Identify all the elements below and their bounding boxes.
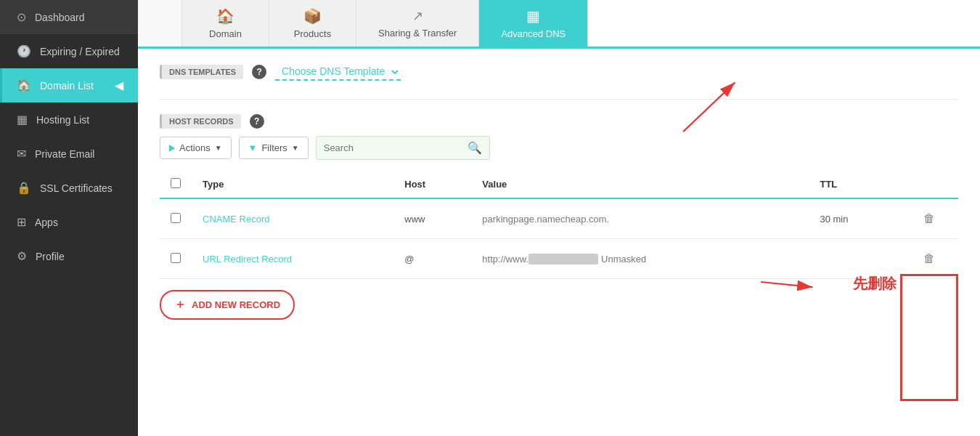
search-box: 🔍 xyxy=(316,136,490,160)
sidebar-item-label: SSL Certificates xyxy=(40,182,113,194)
sidebar-item-label: Expiring / Expired xyxy=(40,46,120,57)
tab-domain-label: Domain xyxy=(209,28,242,39)
row-1-type[interactable]: CNAME Record xyxy=(192,198,393,239)
tab-advanced-dns-label: Advanced DNS xyxy=(501,28,565,39)
sidebar-item-label: Profile xyxy=(36,251,65,262)
row-2-value: http://www.██████████Unmasked xyxy=(471,239,809,279)
apps-icon: ⊞ xyxy=(17,215,26,229)
row-1-host: www xyxy=(393,198,471,239)
search-icon: 🔍 xyxy=(467,141,482,155)
host-records-help-icon[interactable]: ? xyxy=(250,114,264,129)
th-checkbox xyxy=(160,171,192,198)
row-2-actions: 🗑 xyxy=(900,239,958,279)
sidebar-item-ssl-certificates[interactable]: 🔒 SSL Certificates xyxy=(0,171,138,205)
sidebar-item-profile[interactable]: ⚙ Profile xyxy=(0,239,138,273)
hosting-icon: ▦ xyxy=(17,113,28,126)
tab-sharing-label: Sharing & Transfer xyxy=(378,28,457,39)
row-2-value-prefix: http://www. xyxy=(482,254,528,265)
sidebar-item-label: Apps xyxy=(35,217,58,228)
table-header: Type Host Value TTL xyxy=(160,171,958,198)
gear-icon: ⚙ xyxy=(17,249,27,263)
records-toolbar: Actions ▼ ▼ Filters ▼ 🔍 xyxy=(160,136,958,160)
dns-templates-header: DNS TEMPLATES ? Choose DNS Template xyxy=(160,63,958,81)
actions-button[interactable]: Actions ▼ xyxy=(160,137,232,159)
tab-empty[interactable] xyxy=(138,0,182,47)
add-record-label: ADD NEW RECORD xyxy=(192,299,280,310)
dns-templates-section: DNS TEMPLATES ? Choose DNS Template xyxy=(160,63,958,100)
main-content: 🏠 Domain 📦 Products ↗ Sharing & Transfer… xyxy=(138,0,980,436)
clock-icon: 🕐 xyxy=(17,44,31,58)
content-area: DNS TEMPLATES ? Choose DNS Template HOST… xyxy=(138,49,980,360)
row-2-host: @ xyxy=(393,239,471,279)
tab-products-label: Products xyxy=(294,28,331,39)
host-records-header: HOST RECORDS ? xyxy=(160,114,958,129)
tab-advanced-dns[interactable]: ▦ Advanced DNS xyxy=(479,0,588,47)
filters-chevron-icon: ▼ xyxy=(292,144,299,152)
sidebar-item-label: Private Email xyxy=(35,148,94,160)
sidebar-item-dashboard[interactable]: ⊙ Dashboard xyxy=(0,0,138,34)
table-row: CNAME Record www parkingpage.namecheap.c… xyxy=(160,198,958,239)
advanced-dns-tab-icon: ▦ xyxy=(526,7,540,25)
records-table: Type Host Value TTL CNAME Record ww xyxy=(160,171,958,279)
row-1-delete-button[interactable]: 🗑 xyxy=(918,209,941,228)
plus-icon: ＋ xyxy=(174,297,186,312)
dns-templates-label: DNS TEMPLATES xyxy=(160,65,243,79)
row-2-delete-button[interactable]: 🗑 xyxy=(918,249,941,268)
actions-label: Actions xyxy=(179,142,211,153)
tab-domain[interactable]: 🏠 Domain xyxy=(182,0,269,47)
th-value: Value xyxy=(471,171,809,198)
search-input[interactable] xyxy=(324,142,462,153)
th-ttl: TTL xyxy=(809,171,900,198)
table-body: CNAME Record www parkingpage.namecheap.c… xyxy=(160,198,958,279)
sidebar-item-label: Dashboard xyxy=(35,12,85,23)
sidebar-item-private-email[interactable]: ✉ Private Email xyxy=(0,137,138,171)
dns-template-select-area: Choose DNS Template xyxy=(275,63,401,81)
row-1-actions: 🗑 xyxy=(900,198,958,239)
filters-label: Filters xyxy=(261,142,287,153)
sharing-tab-icon: ↗ xyxy=(412,8,423,24)
row-2-ttl xyxy=(809,239,900,279)
dns-templates-help-icon[interactable]: ? xyxy=(252,65,266,79)
sidebar-item-expiring[interactable]: 🕐 Expiring / Expired xyxy=(0,34,138,68)
table-row: URL Redirect Record @ http://www.███████… xyxy=(160,239,958,279)
row-checkbox-cell xyxy=(160,198,192,239)
sidebar-item-domain-list[interactable]: 🏠 Domain List ◀ xyxy=(0,68,138,102)
row-2-checkbox[interactable] xyxy=(171,253,181,263)
sidebar: ⊙ Dashboard 🕐 Expiring / Expired 🏠 Domai… xyxy=(0,0,138,436)
chevron-down-icon: ▼ xyxy=(215,144,222,152)
email-icon: ✉ xyxy=(17,147,26,161)
sidebar-item-hosting-list[interactable]: ▦ Hosting List xyxy=(0,102,138,137)
row-checkbox-cell xyxy=(160,239,192,279)
select-all-checkbox[interactable] xyxy=(171,178,181,188)
home-icon: 🏠 xyxy=(17,78,31,92)
domain-tab-icon: 🏠 xyxy=(216,7,234,25)
sidebar-item-label: Domain List xyxy=(40,80,94,92)
tab-sharing-transfer[interactable]: ↗ Sharing & Transfer xyxy=(356,0,479,47)
row-1-checkbox[interactable] xyxy=(171,213,181,223)
host-records-label: HOST RECORDS xyxy=(160,114,241,129)
lock-icon: 🔒 xyxy=(17,181,31,195)
row-2-value-masked: ██████████ xyxy=(528,254,598,265)
products-tab-icon: 📦 xyxy=(303,7,322,25)
chinese-annotation: 先删除 xyxy=(853,274,897,294)
filter-icon: ▼ xyxy=(248,142,258,153)
add-new-record-button[interactable]: ＋ ADD NEW RECORD xyxy=(160,290,295,320)
tab-bar: 🏠 Domain 📦 Products ↗ Sharing & Transfer… xyxy=(138,0,980,49)
filters-button[interactable]: ▼ Filters ▼ xyxy=(239,137,309,159)
tab-products[interactable]: 📦 Products xyxy=(269,0,356,47)
dns-template-dropdown[interactable]: Choose DNS Template xyxy=(275,63,401,81)
row-1-ttl: 30 min xyxy=(809,198,900,239)
row-1-value: parkingpage.namecheap.com. xyxy=(471,198,809,239)
row-2-value-suffix: Unmasked xyxy=(601,254,646,265)
sidebar-item-label: Hosting List xyxy=(36,114,89,126)
play-icon xyxy=(169,145,175,152)
th-host: Host xyxy=(393,171,471,198)
th-type: Type xyxy=(192,171,393,198)
dashboard-icon: ⊙ xyxy=(17,10,26,24)
host-records-section: HOST RECORDS ? Actions ▼ ▼ Filters ▼ 🔍 xyxy=(160,114,958,331)
row-2-type[interactable]: URL Redirect Record xyxy=(192,239,393,279)
th-actions xyxy=(900,171,958,198)
sidebar-item-apps[interactable]: ⊞ Apps xyxy=(0,205,138,239)
